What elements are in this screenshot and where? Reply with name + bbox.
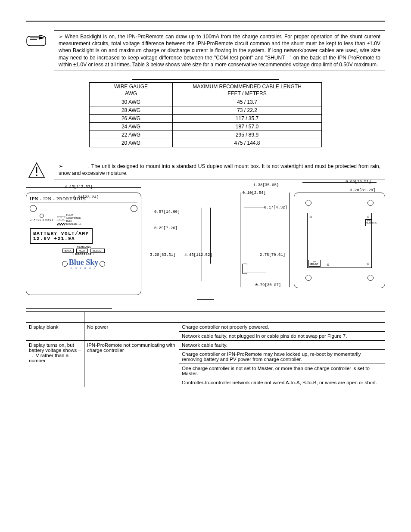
dim-label: 0.65[16.51] — [346, 180, 371, 184]
mode-equalize: EQUALIZE — [66, 223, 77, 225]
table3-h2-l2: FEET / METERS — [227, 90, 266, 96]
table-cell: 73 / 22.2 — [173, 106, 322, 115]
table3-h1-l1: WIRE GAUGE — [114, 84, 148, 90]
lcd-line2: 12.6V +21.9A — [33, 236, 89, 241]
table-cell: 30 AWG — [90, 98, 173, 106]
table-cell: 295 / 89.9 — [173, 131, 322, 139]
correction-item: Network cable faulty, not plugged in or … — [179, 332, 385, 340]
dim-label: 0.17[4.32] — [264, 205, 287, 210]
table-row: Display blank No power Charge controller… — [26, 322, 385, 340]
correction-item: Controller-to-controller network cable n… — [179, 378, 385, 387]
mode-acceptance: ACCEPTANCE — [66, 217, 81, 219]
shunt-label: SHUNT — [311, 263, 318, 265]
lcd-display: BATTERY VOLT/AMP 12.6V +21.9A — [30, 228, 93, 244]
table-row: Display turns on, but battery voltage sh… — [26, 340, 385, 387]
dim-label: 0.29[7.26] — [154, 226, 177, 230]
cause-cell: IPN-ProRemote not communicating with cha… — [84, 340, 179, 387]
table-cell: 20 AWG — [90, 139, 173, 147]
correction-item: Network cable faulty. — [179, 341, 385, 350]
dim-label: 0.79[20.07] — [255, 283, 281, 287]
product-title: IPN - PROREMOTE — [44, 196, 87, 201]
table-cell: 22 AWG — [90, 131, 173, 139]
table3-h2-l1: MAXIMUM RECOMMENDED CABLE LENGTH — [193, 84, 302, 90]
table-cell: 117 / 35.7 — [173, 115, 322, 123]
dim-label: 0.57[14.60] — [154, 210, 180, 214]
back-panel: ⊕ ⊕ ⊕ ⊕ IPN NETWORK ⊕ ⊘⊘SHUNT — [294, 193, 385, 288]
footer-rule — [26, 409, 385, 409]
front-panel: IPN - IPN - PROREMOTE CHARGE STATUS ▁▁▁▁… — [26, 193, 141, 295]
correction-item: Charge controller or IPN-ProRemote may h… — [179, 350, 385, 364]
dim-label: 1.38[35.05] — [253, 183, 279, 187]
table3-h1-l2: AWG — [125, 90, 137, 96]
note-backlight-text: When Backlight is on, the IPN-ProRemote … — [59, 34, 380, 68]
mid-dimension-panel: 0.57[14.60] 0.29[7.26] 3.28[83.31] 4.43[… — [146, 193, 236, 287]
mode-bulk: BULK — [66, 220, 72, 222]
table-cell: 187 / 57.0 — [173, 123, 322, 131]
symptom-cell: Display blank — [26, 322, 84, 340]
caution-icon — [26, 160, 47, 180]
top-rule — [26, 21, 385, 22]
table3-title-rule — [132, 79, 279, 80]
mode-float: FLOAT — [66, 214, 73, 216]
select-button[interactable]: SELECT — [90, 249, 105, 253]
dim-label: 4.43[112.52] — [184, 253, 212, 257]
note-mounting-text: . The unit is designed to mount into a s… — [59, 163, 380, 176]
cause-cell: No power — [84, 322, 179, 340]
ipn-network-port: IPN NETWORK — [365, 219, 372, 226]
dim-label: 3.28[83.31] — [150, 253, 175, 257]
table-cell: 28 AWG — [90, 106, 173, 115]
dim-label: 4.43[112.52] — [65, 185, 93, 189]
dim-label: 3.20[81.28] — [350, 188, 375, 193]
table-cell: 24 AWG — [90, 123, 173, 131]
svg-point-1 — [36, 174, 37, 176]
figure-mechanical: 4.43[112.52] 1.31[33.24] IPN - IPN - PRO… — [26, 193, 385, 295]
correction-item: One charge controller is not set to Mast… — [179, 364, 385, 378]
wire-gauge-table: WIRE GAUGE AWG MAXIMUM RECOMMENDED CABLE… — [89, 82, 322, 147]
correction-cell: Network cable faulty. Charge controller … — [179, 340, 385, 387]
note-backlight: When Backlight is on, the IPN-ProRemote … — [26, 30, 385, 71]
table3-caption-rule — [197, 151, 214, 151]
bluesky-logo-sub: E N E R G Y — [30, 267, 137, 270]
figure-title-rule — [82, 188, 194, 188]
figure-caption-rule — [197, 299, 214, 300]
correction-cell: Charge controller not properly powered. … — [179, 322, 385, 340]
troubleshooting-table: Display blank No power Charge controller… — [26, 311, 385, 387]
bluesky-logo: Blue Sky — [69, 258, 99, 267]
pointing-hand-icon — [26, 30, 47, 47]
correction-item: Charge controller not properly powered. — [179, 323, 385, 332]
next-button[interactable]: NEXT — [76, 249, 87, 253]
charge-status-label: CHARGE STATUS — [30, 219, 53, 221]
side-view-panel: 1.38[35.05] 0.10[2.54] 0.17[4.32] 2.78[7… — [240, 193, 290, 287]
back-button[interactable]: BACK — [62, 249, 74, 253]
table-cell: 26 AWG — [90, 115, 173, 123]
btn-decrease-label: DECREASE — [75, 253, 92, 255]
troubleshooting-title-rule — [26, 308, 112, 309]
table-cell: 475 / 144.8 — [173, 139, 322, 147]
dim-label: 0.10[2.54] — [243, 191, 266, 195]
table-cell: 45 / 13.7 — [173, 98, 322, 106]
lcd-line1: BATTERY VOLT/AMP — [33, 231, 89, 236]
symptom-cell: Display turns on, but battery voltage sh… — [26, 340, 84, 387]
note-mounting: . The unit is designed to mount into a s… — [26, 160, 385, 180]
